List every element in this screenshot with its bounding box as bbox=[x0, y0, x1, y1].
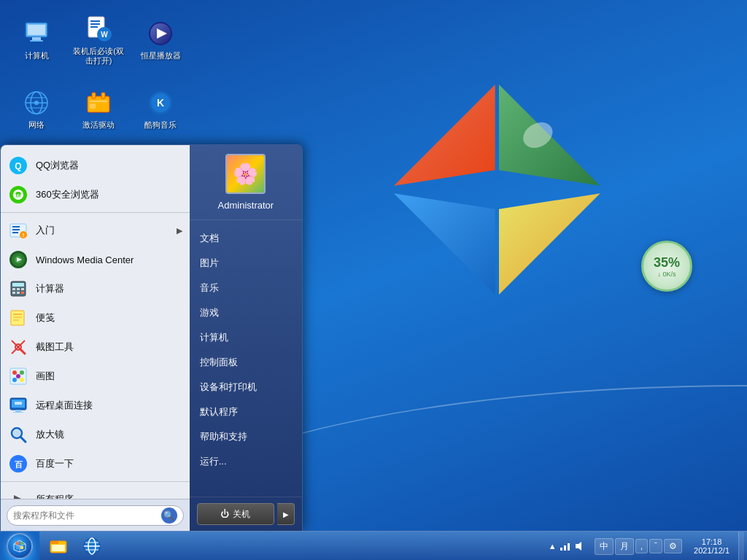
svg-rect-90 bbox=[564, 545, 566, 551]
start-item-paint[interactable]: 画图 bbox=[1, 362, 190, 391]
desktop-icon-hengxing[interactable]: 恒星播放器 bbox=[131, 7, 190, 73]
start-item-360-browser[interactable]: 360 360安全浏览器 bbox=[1, 180, 190, 209]
intro-arrow: ▶ bbox=[177, 226, 182, 236]
right-item-games-label: 游戏 bbox=[200, 306, 219, 319]
start-item-calculator[interactable]: 计算器 bbox=[1, 274, 190, 303]
start-item-qq-browser[interactable]: Q QQ浏览器 bbox=[1, 151, 190, 180]
svg-rect-23 bbox=[90, 101, 107, 102]
desktop-icon-kugo[interactable]: K 酷狗音乐 bbox=[131, 77, 190, 142]
start-item-intro-label: 入门 bbox=[36, 224, 169, 237]
user-avatar[interactable]: 🌸 bbox=[225, 154, 266, 194]
desktop-icon-computer-label: 计算机 bbox=[25, 51, 49, 61]
right-item-games[interactable]: 游戏 bbox=[190, 300, 302, 325]
right-item-pics-label: 图片 bbox=[200, 257, 219, 270]
separator-2 bbox=[1, 481, 190, 482]
svg-rect-4 bbox=[30, 40, 43, 42]
svg-point-64 bbox=[16, 374, 20, 378]
right-item-run[interactable]: 运行... bbox=[190, 449, 302, 474]
right-item-controlpanel-label: 控制面板 bbox=[200, 356, 238, 369]
shutdown-button[interactable]: ⏻ 关机 bbox=[197, 503, 274, 525]
svg-point-61 bbox=[20, 370, 24, 375]
right-item-devices[interactable]: 设备和打印机 bbox=[190, 375, 302, 400]
taskbar-apps bbox=[39, 532, 111, 560]
svg-text:360: 360 bbox=[13, 192, 23, 199]
snipping-icon bbox=[8, 337, 28, 357]
right-item-music[interactable]: 音乐 bbox=[190, 276, 302, 300]
shutdown-arrow-icon: ▶ bbox=[283, 510, 289, 518]
right-item-default-prog[interactable]: 默认程序 bbox=[190, 400, 302, 424]
taskbar-app-explorer[interactable] bbox=[42, 533, 74, 559]
desktop-icon-computer[interactable]: 计算机 bbox=[7, 7, 66, 73]
baidu-icon: 百 bbox=[8, 454, 28, 474]
right-item-computer-label: 计算机 bbox=[200, 331, 228, 344]
start-item-magnifier-label: 放大镜 bbox=[36, 428, 182, 441]
svg-rect-67 bbox=[15, 410, 21, 412]
sticky-icon bbox=[8, 308, 28, 328]
start-item-snipping[interactable]: 截图工具 bbox=[1, 332, 190, 362]
svg-rect-35 bbox=[12, 226, 20, 228]
start-menu-right: 🌸 Administrator 文档 图片 音乐 游戏 计算机 bbox=[190, 145, 302, 531]
search-button[interactable]: 🔍 bbox=[161, 508, 177, 524]
right-item-pics[interactable]: 图片 bbox=[190, 251, 302, 276]
right-item-computer[interactable]: 计算机 bbox=[190, 325, 302, 350]
svg-point-63 bbox=[20, 378, 24, 382]
right-item-docs[interactable]: 文档 bbox=[190, 226, 302, 251]
desktop-icon-install-readme[interactable]: W 装机后必读(双击打开) bbox=[69, 7, 128, 73]
search-input[interactable] bbox=[13, 510, 158, 521]
ime-mode-button[interactable]: 月 bbox=[615, 538, 634, 555]
right-item-controlpanel[interactable]: 控制面板 bbox=[190, 350, 302, 375]
ime-area: 中 月 , ˉ ⚙ bbox=[592, 538, 685, 555]
desktop-icon-activate[interactable]: 激活驱动 bbox=[69, 77, 128, 142]
clock[interactable]: 17:18 2021/12/1 bbox=[688, 532, 735, 560]
ime-lang-button[interactable]: 中 bbox=[595, 538, 614, 555]
svg-rect-2 bbox=[28, 25, 45, 35]
start-item-baidu-label: 百度一下 bbox=[36, 457, 182, 470]
desktop-icon-area: 计算机 W 装机后必读(双击打开) bbox=[7, 7, 190, 142]
search-box[interactable]: 🔍 bbox=[7, 505, 184, 526]
ime-lang-label: 中 bbox=[600, 541, 608, 551]
tray-overflow-arrow[interactable]: ▲ bbox=[549, 542, 557, 551]
right-item-devices-label: 设备和打印机 bbox=[200, 381, 257, 394]
start-item-rdp[interactable]: 远程桌面连接 bbox=[1, 391, 190, 420]
start-item-intro[interactable]: ! 入门 ▶ bbox=[1, 216, 190, 245]
desktop-icon-activate-label: 激活驱动 bbox=[82, 120, 115, 130]
username: Administrator bbox=[218, 200, 274, 211]
right-item-default-prog-label: 默认程序 bbox=[200, 405, 238, 419]
svg-point-19 bbox=[34, 101, 39, 105]
show-desktop-button[interactable] bbox=[738, 532, 744, 560]
svg-rect-24 bbox=[90, 104, 96, 109]
shutdown-arrow-button[interactable]: ▶ bbox=[277, 503, 295, 525]
svg-text:K: K bbox=[157, 97, 164, 109]
right-item-help[interactable]: 帮助和支持 bbox=[190, 424, 302, 449]
svg-rect-68 bbox=[13, 412, 23, 413]
svg-rect-79 bbox=[16, 546, 19, 549]
desktop-icon-network[interactable]: 网络 bbox=[7, 77, 66, 142]
clock-date: 2021/12/1 bbox=[694, 546, 729, 555]
start-item-qq-browser-label: QQ浏览器 bbox=[36, 159, 182, 172]
start-item-sticky[interactable]: 便笺 bbox=[1, 303, 190, 332]
user-avatar-image: 🌸 bbox=[227, 155, 264, 192]
svg-rect-50 bbox=[17, 292, 20, 294]
start-item-wmc[interactable]: Windows Media Center bbox=[1, 245, 190, 274]
ime-extra2-button[interactable]: ˉ bbox=[649, 539, 662, 553]
svg-rect-78 bbox=[20, 542, 23, 545]
svg-rect-37 bbox=[12, 232, 18, 233]
svg-rect-22 bbox=[101, 93, 105, 98]
right-item-help-label: 帮助和支持 bbox=[200, 430, 247, 443]
svg-text:!: ! bbox=[23, 232, 25, 238]
clock-time: 17:18 bbox=[702, 537, 722, 546]
ime-extra-label: , bbox=[640, 541, 643, 551]
ime-settings-button[interactable]: ⚙ bbox=[664, 539, 682, 553]
start-item-rdp-label: 远程桌面连接 bbox=[36, 399, 182, 412]
svg-rect-3 bbox=[32, 37, 41, 40]
taskbar-app-ie[interactable] bbox=[76, 533, 108, 559]
paint-icon bbox=[8, 366, 28, 386]
svg-rect-45 bbox=[12, 283, 24, 287]
start-button[interactable] bbox=[0, 532, 39, 561]
svg-rect-46 bbox=[12, 288, 15, 290]
start-item-magnifier[interactable]: 放大镜 bbox=[1, 420, 190, 449]
start-item-baidu[interactable]: 百 百度一下 bbox=[1, 449, 190, 478]
ime-extra-button[interactable]: , bbox=[635, 539, 648, 553]
start-item-all-programs[interactable]: 所有程序 bbox=[1, 485, 190, 499]
start-menu-left: Q QQ浏览器 360 360安全浏览器 bbox=[1, 145, 190, 531]
